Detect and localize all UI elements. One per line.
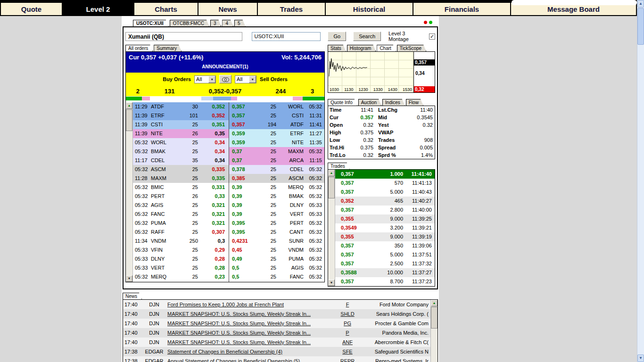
trade-row[interactable]: 0,3588 10.000 11:37:27 bbox=[335, 268, 435, 277]
symbol-input[interactable] bbox=[252, 32, 321, 41]
nav-tab[interactable]: Level 2 bbox=[63, 3, 134, 15]
news-symbol-link[interactable]: REPR bbox=[326, 356, 369, 362]
trade-row[interactable]: 0,357 2.500 11:37:32 bbox=[335, 259, 435, 268]
bid-row[interactable]: 05:32 MERQ 25 0,23 bbox=[133, 272, 229, 281]
level3-montage-checkbox[interactable]: ✓ bbox=[429, 33, 435, 40]
bid-row[interactable]: 11:28 MAXM 25 0,335 bbox=[133, 174, 229, 183]
trade-row[interactable]: 0,357 5.000 11:37:51 bbox=[335, 250, 435, 259]
ask-row[interactable]: 0,357 194 ATDF 11:41 bbox=[229, 120, 324, 129]
book-tab[interactable]: Summary bbox=[154, 45, 182, 51]
ask-row[interactable]: 0,39 25 BMAK 05:32 bbox=[229, 192, 324, 201]
bid-row[interactable]: 11:39 ETRF 101 0,352 bbox=[133, 111, 229, 120]
bid-row[interactable]: 05:33 DLNY 25 0,28 bbox=[133, 255, 229, 263]
bid-row[interactable]: 05:32 ASCM 25 0,335 bbox=[133, 165, 229, 174]
news-headline-link[interactable]: MARKET SNAPSHOT: U.S. Stocks Slump, Week… bbox=[167, 328, 326, 337]
ask-row[interactable]: 0,357 25 WORL 05:32 bbox=[229, 102, 324, 111]
ask-row[interactable]: 0,45 25 VNDM 05:32 bbox=[229, 246, 324, 255]
ask-row[interactable]: 0,39 25 MERQ 05:32 bbox=[229, 183, 324, 192]
bid-row[interactable]: 05:32 AGIS 25 0,321 bbox=[133, 201, 229, 210]
news-headline-link[interactable]: MARKET SNAPSHOT: U.S. Stocks Slump, Week… bbox=[167, 337, 326, 347]
scroll-down-icon[interactable]: ▼ bbox=[637, 354, 644, 362]
ask-row[interactable]: 0,357 25 CSTI 11:31 bbox=[229, 111, 324, 120]
news-symbol-link[interactable]: ANF bbox=[326, 337, 369, 347]
scroll-up-icon[interactable]: ▲ bbox=[431, 300, 438, 306]
bid-row[interactable]: 05:32 BMAK 25 0,34 bbox=[133, 147, 229, 156]
bid-row[interactable]: 05:32 BMIC 25 0,331 bbox=[133, 183, 229, 192]
trade-row[interactable]: 0,357 5.000 11:40:43 bbox=[335, 188, 435, 197]
ask-row[interactable]: 0,395 25 PERT 05:32 bbox=[229, 219, 324, 228]
news-symbol-link[interactable]: P bbox=[326, 328, 369, 337]
scroll-up-icon[interactable]: ▲ bbox=[328, 170, 335, 176]
bid-row[interactable]: 05:32 PERT 26 0,33 bbox=[133, 192, 229, 201]
news-headline-link[interactable]: Annual Statement of Changes in Beneficia… bbox=[167, 356, 326, 362]
ask-row[interactable]: 0,5 25 AGIS 05:32 bbox=[229, 263, 324, 272]
chart-tab[interactable]: Chart bbox=[377, 45, 396, 51]
quote-info-tab[interactable]: Flow bbox=[406, 99, 423, 106]
bid-row[interactable]: 05:32 WORL 25 0,34 bbox=[133, 138, 229, 147]
nav-tab[interactable]: News bbox=[198, 3, 258, 15]
ask-row[interactable]: 0,39 25 VERT 05:33 bbox=[229, 210, 324, 219]
dropdown-arrow-icon[interactable]: ▼ bbox=[249, 76, 256, 83]
bid-row[interactable]: 05:32 FANC 25 0,321 bbox=[133, 210, 229, 219]
montage-window-tab[interactable]: 3 bbox=[210, 20, 222, 26]
trade-row[interactable]: 0,352 465 11:40:27 bbox=[335, 197, 435, 206]
nav-tab[interactable]: Charts bbox=[134, 3, 198, 15]
scroll-thumb[interactable] bbox=[431, 307, 438, 329]
montage-window-tab[interactable]: USOTC:XUII bbox=[133, 20, 169, 26]
trade-row[interactable]: 0,357 570 11:41:13 bbox=[335, 179, 435, 188]
ask-row[interactable]: 0,395 25 CANT 05:32 bbox=[229, 228, 324, 237]
quote-info-tab[interactable]: Auction bbox=[358, 99, 381, 106]
nav-tab[interactable]: Quote bbox=[0, 3, 63, 15]
scroll-thumb[interactable] bbox=[637, 8, 644, 45]
bid-row[interactable]: 11:39 CSTI 25 0,351 bbox=[133, 120, 229, 129]
news-symbol-link[interactable]: F bbox=[326, 300, 369, 309]
dropdown-arrow-icon[interactable]: ▼ bbox=[208, 76, 215, 83]
ask-row[interactable]: 0,359 25 NITE 11:35 bbox=[229, 138, 324, 147]
montage-window-tab[interactable]: 5 bbox=[234, 20, 246, 26]
scroll-down-icon[interactable]: ▼ bbox=[328, 280, 335, 286]
book-scrollbar[interactable]: ▲ ▼ bbox=[126, 102, 133, 282]
montage-window-tab[interactable]: OTCBB:FMCC bbox=[170, 20, 209, 26]
trade-row[interactable]: 0,3549 3.200 11:39:21 bbox=[335, 223, 435, 232]
bid-row[interactable]: 11:34 VNDM 250 0,3 bbox=[133, 237, 229, 246]
ask-row[interactable]: 0,49 25 PUMA 05:32 bbox=[229, 255, 324, 263]
ask-row[interactable]: 0,5 25 FANC 05:32 bbox=[229, 272, 324, 281]
news-headline-link[interactable]: MARKET SNAPSHOT: U.S. Stocks Slump, Week… bbox=[167, 319, 326, 328]
news-symbol-link[interactable]: SHLD bbox=[326, 309, 369, 319]
buy-filter-select[interactable]: All ▼ bbox=[194, 75, 216, 83]
sell-filter-select[interactable]: All ▼ bbox=[235, 75, 256, 83]
chart-tab[interactable]: Stats bbox=[328, 45, 346, 51]
montage-window-tab[interactable]: 4 bbox=[222, 20, 233, 26]
ask-row[interactable]: 0,39 25 DLNY 05:33 bbox=[229, 201, 324, 210]
bid-row[interactable]: 11:39 NITE 26 0,35 bbox=[133, 129, 229, 138]
news-headline-link[interactable]: Statement of Changes in Beneficial Owner… bbox=[167, 347, 326, 356]
ask-row[interactable]: 0,37 25 ARCA 11:15 bbox=[229, 156, 324, 165]
trades-tab[interactable]: Trades bbox=[328, 163, 350, 169]
scroll-thumb[interactable] bbox=[126, 109, 132, 131]
browser-scrollbar[interactable]: ▲ ▼ bbox=[637, 0, 644, 362]
nav-tab[interactable]: Historical bbox=[326, 3, 413, 15]
scroll-thumb[interactable] bbox=[328, 177, 335, 198]
bid-row[interactable]: 11:29 ATDF 30 0,352 bbox=[133, 102, 229, 111]
bid-row[interactable]: 05:32 RAFF 25 0,307 bbox=[133, 228, 229, 237]
book-tab[interactable]: All orders bbox=[125, 45, 153, 51]
scroll-up-icon[interactable]: ▲ bbox=[637, 0, 644, 8]
scroll-down-icon[interactable]: ▼ bbox=[126, 275, 132, 282]
trade-row[interactable]: 0,355 9.000 11:39:19 bbox=[335, 232, 435, 241]
bid-row[interactable]: 05:33 VFIN 25 0,29 bbox=[133, 246, 229, 255]
nav-tab[interactable]: Financials bbox=[413, 3, 511, 15]
link-orders-button[interactable] bbox=[219, 75, 231, 83]
announcement-bar[interactable]: ANNOUNCEMENT(1) bbox=[126, 62, 324, 73]
ask-row[interactable]: 0,4231 25 SUNR 05:32 bbox=[229, 237, 324, 246]
news-headline-link[interactable]: Ford Promises to Keep 1,000 Jobs at Fren… bbox=[167, 300, 326, 309]
bid-row[interactable]: 05:32 PUMA 25 0,321 bbox=[133, 219, 229, 228]
bid-row[interactable]: 05:33 VERT 25 0,28 bbox=[133, 263, 229, 272]
ask-row[interactable]: 0,37 25 MAXM 05:32 bbox=[229, 147, 324, 156]
ask-row[interactable]: 0,359 25 ETRF 11:27 bbox=[229, 129, 324, 138]
news-headline-link[interactable]: MARKET SNAPSHOT: U.S. Stocks Slump, Week… bbox=[167, 309, 326, 319]
chart-tab[interactable]: TickScope bbox=[397, 45, 426, 51]
ask-row[interactable]: 0,378 25 CDEL 05:32 bbox=[229, 165, 324, 174]
trade-row[interactable]: 0,357 2.800 11:40:00 bbox=[335, 206, 435, 214]
quote-info-tab[interactable]: Indices bbox=[382, 99, 405, 106]
search-button[interactable]: Search bbox=[353, 32, 381, 41]
